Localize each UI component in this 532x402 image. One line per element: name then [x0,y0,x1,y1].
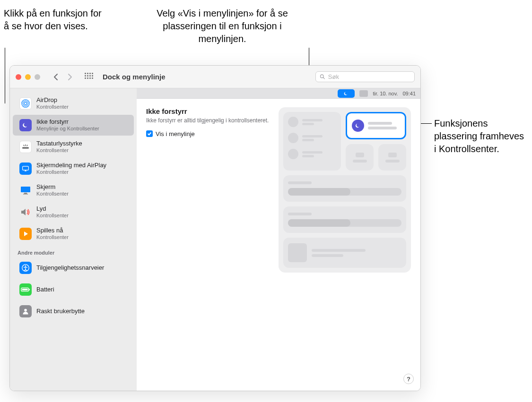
svg-point-18 [24,309,27,312]
keyboard-brightness-icon [19,141,32,153]
menubar-preview: tir. 10. nov. 09:41 [137,88,420,99]
cc-module [378,144,406,171]
svg-point-2 [24,102,26,104]
help-button[interactable]: ? [403,374,414,384]
sidebar-item-label: Tastaturlysstyrke [36,140,82,147]
svg-rect-17 [29,289,30,291]
callout-right: Funksjonens plassering framheves i Kontr… [434,117,526,155]
checkbox-label: Vis i menylinje [156,130,195,137]
moon-icon [19,119,32,131]
svg-rect-10 [21,187,30,192]
svg-rect-16 [22,289,28,291]
battery-icon [19,283,32,296]
cc-module [346,144,374,171]
callout-left: Klikk på en funksjon for å se hvor den v… [4,7,108,33]
window-title: Dock og menylinje [103,73,166,81]
cc-slider-module [283,175,406,202]
callout-left-line [5,48,5,103]
sidebar-item-sub: Kontrollsenter [36,234,69,240]
sidebar-item-sub: Kontrollsenter [36,191,69,197]
sidebar-item-label: Batteri [36,286,54,293]
sidebar-item-label: Lyd [36,205,69,213]
screen-mirroring-icon [19,163,32,175]
sidebar-section-header: Andre moduler [10,245,137,257]
minimize-button[interactable] [25,74,31,80]
svg-line-8 [27,145,28,146]
display-icon [19,184,32,197]
sidebar-item-sub: Menylinje og Kontrollsenter [36,126,99,132]
show-all-button[interactable] [85,73,93,81]
svg-point-14 [25,265,26,267]
sidebar-item-sub: Kontrollsenter [36,147,82,154]
toolbar: Dock og menylinje [10,66,420,88]
sidebar-item-display[interactable]: Skjerm Kontrollsenter [13,180,134,201]
cc-slider-module [283,206,406,233]
sidebar-item-label: Skjermdeling med AirPlay [36,162,106,169]
svg-line-7 [24,145,25,146]
show-in-menubar-checkbox[interactable]: Vis i menylinje [146,130,271,137]
forward-button[interactable] [67,72,73,82]
sidebar-item-label: Tilgjengelighetssnarveier [36,265,104,272]
sidebar-item-label: Skjerm [36,184,69,191]
nav-buttons [52,72,73,82]
pane-heading: Ikke forstyrr [146,107,271,115]
accessibility-icon [19,262,32,274]
sidebar-item-label: Spilles nå [36,227,69,234]
user-switching-icon [19,305,32,317]
zoom-button [35,74,40,80]
sidebar-item-airdrop[interactable]: AirDrop Kontrollsenter [13,93,134,114]
back-button[interactable] [52,72,59,82]
sidebar-item-accessibility[interactable]: Tilgjengelighetssnarveier [13,257,134,278]
preferences-window: Dock og menylinje AirDrop Kontrollsenter [9,65,421,391]
menubar-dnd-indicator [338,89,355,98]
svg-rect-11 [24,193,27,194]
menubar-time: 09:41 [402,91,416,96]
sidebar-item-label: Ikke forstyrr [36,119,99,126]
search-field[interactable] [315,71,415,82]
svg-rect-5 [22,147,29,149]
sidebar-item-keyboard-brightness[interactable]: Tastaturlysstyrke Kontrollsenter [13,137,134,157]
sound-icon [19,206,32,218]
sidebar-item-sub: Kontrollsenter [36,213,69,219]
svg-rect-9 [23,166,29,170]
cc-dnd-module-highlighted [346,112,406,139]
moon-icon [352,120,364,132]
pane-description: Ikke forstyrr er alltid tilgjengelig i k… [146,117,271,125]
svg-rect-12 [23,194,28,195]
sidebar-item-sub: Kontrollsenter [36,104,69,110]
sidebar[interactable]: AirDrop Kontrollsenter Ikke forstyrr Men… [10,88,137,391]
search-input[interactable] [328,73,410,80]
airdrop-icon [19,97,32,110]
cc-toggles-group [283,112,341,171]
cc-media-module [283,238,406,268]
close-button[interactable] [16,74,21,80]
sidebar-item-screen-mirroring[interactable]: Skjermdeling med AirPlay Kontrollsenter [13,158,134,179]
menubar-control-center-icon [359,90,368,97]
main-pane: tir. 10. nov. 09:41 Ikke forstyrr Ikke f… [137,88,420,391]
sidebar-item-battery[interactable]: Batteri [13,279,134,300]
sidebar-item-sub: Kontrollsenter [36,169,106,175]
menubar-date: tir. 10. nov. [373,91,398,96]
svg-point-3 [23,101,28,106]
sidebar-item-label: Raskt brukerbytte [36,308,85,315]
now-playing-icon [19,228,32,240]
svg-line-1 [323,77,324,79]
callout-center: Velg «Vis i menylinjen» for å se plasser… [149,7,296,45]
checkbox-icon [146,130,153,137]
sidebar-item-fast-user-switching[interactable]: Raskt brukerbytte [13,301,134,322]
control-center-preview [279,107,411,273]
search-icon [320,74,325,80]
sidebar-item-sound[interactable]: Lyd Kontrollsenter [13,202,134,222]
sidebar-item-do-not-disturb[interactable]: Ikke forstyrr Menylinje og Kontrollsente… [13,115,134,136]
window-controls [16,74,40,80]
sidebar-item-label: AirDrop [36,97,69,104]
sidebar-item-now-playing[interactable]: Spilles nå Kontrollsenter [13,223,134,244]
